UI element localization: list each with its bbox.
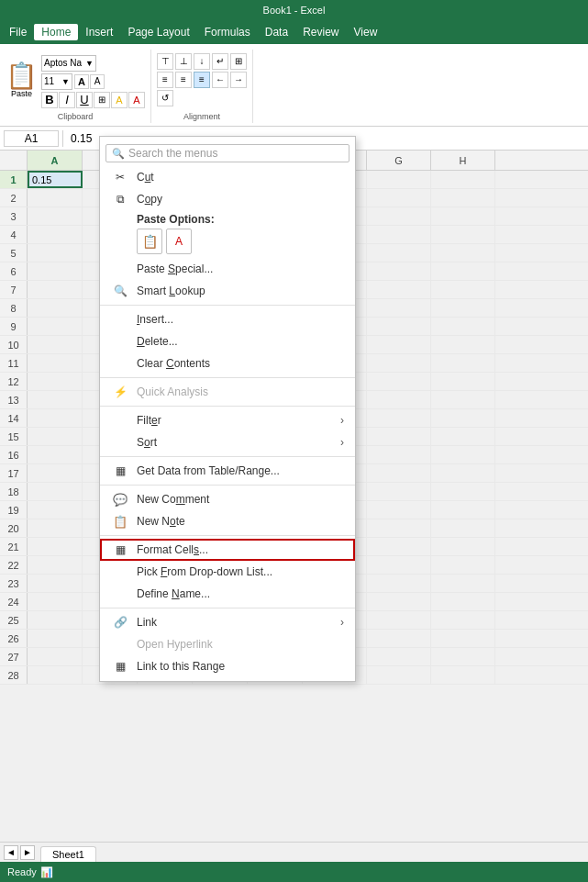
- cell-a23[interactable]: [28, 575, 83, 592]
- menu-item-format-cells[interactable]: ▦ Format Cells...: [100, 539, 355, 561]
- cell-g13[interactable]: [367, 391, 431, 408]
- menu-item-copy[interactable]: ⧉ Copy: [100, 188, 355, 210]
- sheet-tab-1[interactable]: Sheet1: [40, 846, 96, 862]
- cell-g26[interactable]: [367, 630, 431, 647]
- underline-button[interactable]: U: [76, 92, 93, 108]
- cell-h10[interactable]: [431, 336, 495, 353]
- align-right-button[interactable]: ≡: [194, 72, 210, 88]
- paste-button[interactable]: 📋 Paste: [6, 63, 38, 98]
- cell-a14[interactable]: [28, 409, 83, 427]
- cell-a3[interactable]: [28, 207, 83, 225]
- cell-a17[interactable]: [28, 464, 83, 482]
- menu-home[interactable]: Home: [34, 24, 78, 40]
- nav-left-button[interactable]: ◄: [4, 845, 18, 860]
- cell-h3[interactable]: [431, 207, 495, 225]
- increase-font-button[interactable]: A: [74, 74, 89, 89]
- cell-g21[interactable]: [367, 538, 431, 555]
- cell-a26[interactable]: [28, 630, 83, 647]
- cell-a2[interactable]: [28, 189, 83, 207]
- cell-h27[interactable]: [431, 648, 495, 665]
- indent-inc-button[interactable]: →: [230, 72, 247, 88]
- cell-a4[interactable]: [28, 226, 83, 243]
- menu-review[interactable]: Review: [295, 24, 346, 40]
- cell-a8[interactable]: [28, 299, 83, 317]
- cell-h9[interactable]: [431, 318, 495, 335]
- cell-g14[interactable]: [367, 409, 431, 427]
- cell-g6[interactable]: [367, 262, 431, 280]
- cell-a24[interactable]: [28, 593, 83, 610]
- cell-h7[interactable]: [431, 281, 495, 298]
- cell-a9[interactable]: [28, 318, 83, 335]
- cell-a27[interactable]: [28, 648, 83, 665]
- cell-a1[interactable]: 0.15: [28, 171, 83, 188]
- cell-reference[interactable]: A1: [4, 130, 59, 147]
- menu-data[interactable]: Data: [258, 24, 295, 40]
- align-center-button[interactable]: ≡: [175, 72, 192, 88]
- cell-h11[interactable]: [431, 354, 495, 372]
- cell-g28[interactable]: [367, 666, 431, 684]
- cell-a16[interactable]: [28, 446, 83, 463]
- menu-item-pick-dropdown[interactable]: Pick From Drop-down List...: [100, 561, 355, 583]
- col-header-g[interactable]: G: [367, 151, 431, 170]
- cell-h12[interactable]: [431, 373, 495, 390]
- cell-h18[interactable]: [431, 483, 495, 500]
- col-header-h[interactable]: H: [431, 151, 495, 170]
- menu-item-get-data[interactable]: ▦ Get Data from Table/Range...: [100, 460, 355, 482]
- decrease-font-button[interactable]: A: [90, 74, 105, 89]
- cell-g5[interactable]: [367, 244, 431, 262]
- menu-item-insert[interactable]: Insert...: [100, 308, 355, 330]
- menu-formulas[interactable]: Formulas: [197, 24, 258, 40]
- cell-h24[interactable]: [431, 593, 495, 610]
- menu-search-box[interactable]: 🔍 Search the menus: [105, 144, 349, 162]
- cell-g17[interactable]: [367, 464, 431, 482]
- italic-button[interactable]: I: [59, 92, 75, 108]
- menu-item-sort[interactable]: Sort ›: [100, 431, 355, 453]
- cell-g3[interactable]: [367, 207, 431, 225]
- paste-icon-btn-2[interactable]: A: [166, 229, 192, 254]
- cell-a6[interactable]: [28, 262, 83, 280]
- paste-icon-btn-1[interactable]: 📋: [137, 229, 162, 254]
- cell-g8[interactable]: [367, 299, 431, 317]
- menu-item-new-comment[interactable]: 💬 New Comment: [100, 488, 355, 510]
- align-bottom-button[interactable]: ↓: [194, 53, 210, 70]
- cell-h22[interactable]: [431, 556, 495, 574]
- cell-h8[interactable]: [431, 299, 495, 317]
- cell-a22[interactable]: [28, 556, 83, 574]
- cell-h19[interactable]: [431, 501, 495, 519]
- cell-a12[interactable]: [28, 373, 83, 390]
- menu-item-smart-lookup[interactable]: 🔍 Smart Lookup: [100, 280, 355, 302]
- cell-g22[interactable]: [367, 556, 431, 574]
- cell-g9[interactable]: [367, 318, 431, 335]
- menu-item-delete[interactable]: Delete...: [100, 330, 355, 352]
- align-middle-button[interactable]: ⊥: [175, 53, 192, 70]
- highlight-button[interactable]: A: [111, 92, 128, 108]
- cell-h13[interactable]: [431, 391, 495, 408]
- cell-a10[interactable]: [28, 336, 83, 353]
- cell-h16[interactable]: [431, 446, 495, 463]
- cell-a13[interactable]: [28, 391, 83, 408]
- cell-a28[interactable]: [28, 666, 83, 684]
- cell-a11[interactable]: [28, 354, 83, 372]
- cell-g16[interactable]: [367, 446, 431, 463]
- cell-g10[interactable]: [367, 336, 431, 353]
- cell-h25[interactable]: [431, 611, 495, 629]
- menu-item-link[interactable]: 🔗 Link ›: [100, 611, 355, 633]
- text-dir-button[interactable]: ↺: [157, 90, 173, 106]
- menu-item-cut[interactable]: ✂ Cut: [100, 166, 355, 188]
- merge-button[interactable]: ⊞: [230, 53, 247, 70]
- align-top-button[interactable]: ⊤: [157, 53, 173, 70]
- cell-h15[interactable]: [431, 428, 495, 445]
- cell-a21[interactable]: [28, 538, 83, 555]
- cell-g18[interactable]: [367, 483, 431, 500]
- cell-a7[interactable]: [28, 281, 83, 298]
- cell-h23[interactable]: [431, 575, 495, 592]
- cell-g7[interactable]: [367, 281, 431, 298]
- cell-h4[interactable]: [431, 226, 495, 243]
- cell-h17[interactable]: [431, 464, 495, 482]
- menu-item-define-name[interactable]: Define Name...: [100, 583, 355, 605]
- cell-h21[interactable]: [431, 538, 495, 555]
- cell-h1[interactable]: [431, 171, 495, 188]
- menu-item-link-range[interactable]: ▦ Link to this Range: [100, 655, 355, 677]
- indent-dec-button[interactable]: ←: [212, 72, 228, 88]
- menu-file[interactable]: File: [2, 24, 34, 40]
